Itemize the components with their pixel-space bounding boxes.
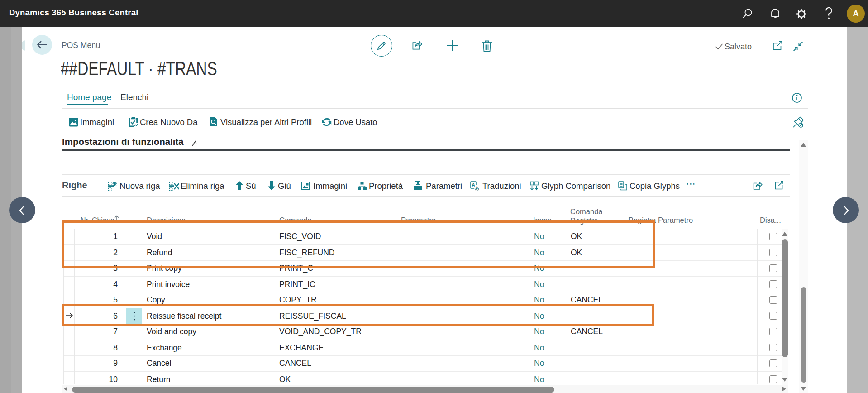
svg-text:あ: あ xyxy=(475,186,480,191)
